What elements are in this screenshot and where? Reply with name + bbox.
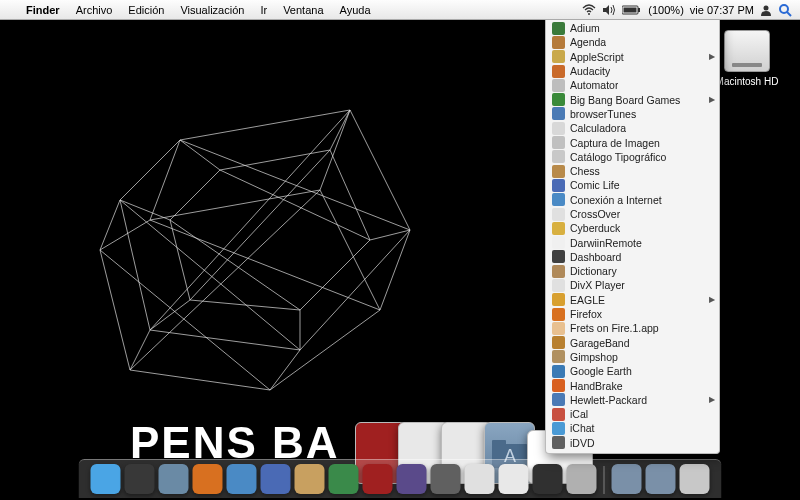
spotlight-icon[interactable] bbox=[778, 3, 792, 17]
app-item-calculadora[interactable]: Calculadora bbox=[546, 121, 719, 135]
dock-idvd[interactable] bbox=[431, 464, 461, 494]
app-icon bbox=[552, 65, 565, 78]
app-label: browserTunes bbox=[570, 108, 636, 120]
app-icon bbox=[552, 422, 565, 435]
app-icon bbox=[552, 336, 565, 349]
app-item-gimpshop[interactable]: Gimpshop bbox=[546, 350, 719, 364]
user-icon[interactable] bbox=[760, 4, 772, 16]
app-item-ical[interactable]: iCal bbox=[546, 407, 719, 421]
app-item-applescript[interactable]: AppleScript▶ bbox=[546, 50, 719, 64]
battery-icon[interactable] bbox=[622, 5, 642, 15]
app-item-browsertunes[interactable]: browserTunes bbox=[546, 107, 719, 121]
dock-safari[interactable] bbox=[227, 464, 257, 494]
app-label: Gimpshop bbox=[570, 351, 618, 363]
dock-firefox[interactable] bbox=[193, 464, 223, 494]
app-item-handbrake[interactable]: HandBrake bbox=[546, 378, 719, 392]
app-icon bbox=[552, 250, 565, 263]
dock-textedit[interactable] bbox=[499, 464, 529, 494]
app-item-big-bang-board-games[interactable]: Big Bang Board Games▶ bbox=[546, 92, 719, 106]
dock-downloads-stack[interactable] bbox=[646, 464, 676, 494]
app-icon bbox=[552, 165, 565, 178]
menu-ventana[interactable]: Ventana bbox=[275, 4, 331, 16]
app-item-divx-player[interactable]: DivX Player bbox=[546, 278, 719, 292]
battery-text: (100%) bbox=[648, 4, 683, 16]
dock-finder[interactable] bbox=[91, 464, 121, 494]
app-item-hewlett-packard[interactable]: Hewlett-Packard▶ bbox=[546, 393, 719, 407]
app-label: Adium bbox=[570, 22, 600, 34]
app-item-audacity[interactable]: Audacity bbox=[546, 64, 719, 78]
dock-mail[interactable] bbox=[295, 464, 325, 494]
svg-line-12 bbox=[380, 230, 410, 310]
app-item-adium[interactable]: Adium bbox=[546, 21, 719, 35]
app-icon bbox=[552, 93, 565, 106]
app-item-crossover[interactable]: CrossOver bbox=[546, 207, 719, 221]
app-label: Dictionary bbox=[570, 265, 617, 277]
menu-visualizacion[interactable]: Visualización bbox=[172, 4, 252, 16]
app-item-cyberduck[interactable]: Cyberduck bbox=[546, 221, 719, 235]
app-icon bbox=[552, 208, 565, 221]
app-item-garageband[interactable]: GarageBand bbox=[546, 336, 719, 350]
app-item-google-earth[interactable]: Google Earth bbox=[546, 364, 719, 378]
app-icon bbox=[552, 36, 565, 49]
app-label: Hewlett-Packard bbox=[570, 394, 647, 406]
app-item-firefox[interactable]: Firefox bbox=[546, 307, 719, 321]
app-item-comic-life[interactable]: Comic Life bbox=[546, 178, 719, 192]
app-item-ichat[interactable]: iChat bbox=[546, 421, 719, 435]
app-item-automator[interactable]: Automator bbox=[546, 78, 719, 92]
applications-stack-popup: AdiumAgendaAppleScript▶AudacityAutomator… bbox=[545, 18, 720, 454]
app-item-cat-logo-tipogr-fico[interactable]: Catálogo Tipográfico bbox=[546, 150, 719, 164]
app-label: Captura de Imagen bbox=[570, 137, 660, 149]
clock[interactable]: vie 07:37 PM bbox=[690, 4, 754, 16]
app-item-conexi-n-a-internet[interactable]: Conexión a Internet bbox=[546, 193, 719, 207]
app-icon bbox=[552, 365, 565, 378]
app-label: Automator bbox=[570, 79, 618, 91]
app-label: Comic Life bbox=[570, 179, 620, 191]
app-item-dictionary[interactable]: Dictionary bbox=[546, 264, 719, 278]
submenu-arrow-icon: ▶ bbox=[709, 295, 715, 304]
app-label: Firefox bbox=[570, 308, 602, 320]
app-icon bbox=[552, 322, 565, 335]
dock-applications-stack[interactable] bbox=[612, 464, 642, 494]
app-icon bbox=[552, 293, 565, 306]
menu-ayuda[interactable]: Ayuda bbox=[332, 4, 379, 16]
dock-google-earth[interactable] bbox=[159, 464, 189, 494]
app-label: iChat bbox=[570, 422, 595, 434]
menu-edicion[interactable]: Edición bbox=[120, 4, 172, 16]
dock-ical[interactable] bbox=[465, 464, 495, 494]
dock-system-prefs[interactable] bbox=[567, 464, 597, 494]
svg-line-27 bbox=[100, 250, 270, 390]
app-item-darwiinremote[interactable]: DarwiinRemote bbox=[546, 235, 719, 249]
dock-photo-booth[interactable] bbox=[363, 464, 393, 494]
dock-terminal[interactable] bbox=[533, 464, 563, 494]
svg-point-0 bbox=[588, 13, 590, 15]
app-icon bbox=[552, 408, 565, 421]
app-item-chess[interactable]: Chess bbox=[546, 164, 719, 178]
dock-comic-life[interactable] bbox=[261, 464, 291, 494]
dock-dashboard[interactable] bbox=[125, 464, 155, 494]
dock-imovie[interactable] bbox=[397, 464, 427, 494]
app-label: Dashboard bbox=[570, 251, 621, 263]
volume-icon[interactable] bbox=[602, 4, 616, 16]
app-item-idvd[interactable]: iDVD bbox=[546, 436, 719, 450]
app-item-eagle[interactable]: EAGLE▶ bbox=[546, 293, 719, 307]
dock-itunes[interactable] bbox=[329, 464, 359, 494]
wifi-icon[interactable] bbox=[582, 4, 596, 16]
dock-trash[interactable] bbox=[680, 464, 710, 494]
svg-line-23 bbox=[150, 110, 350, 330]
app-item-frets-on-fire-1-app[interactable]: Frets on Fire.1.app bbox=[546, 321, 719, 335]
menu-archivo[interactable]: Archivo bbox=[68, 4, 121, 16]
app-menu[interactable]: Finder bbox=[18, 4, 68, 16]
app-label: iCal bbox=[570, 408, 588, 420]
desktop-hd[interactable]: Macintosh HD bbox=[712, 30, 782, 87]
app-icon bbox=[552, 107, 565, 120]
app-label: EAGLE bbox=[570, 294, 605, 306]
app-item-agenda[interactable]: Agenda bbox=[546, 35, 719, 49]
app-icon bbox=[552, 50, 565, 63]
svg-line-13 bbox=[270, 350, 300, 390]
app-item-dashboard[interactable]: Dashboard bbox=[546, 250, 719, 264]
menu-ir[interactable]: Ir bbox=[252, 4, 275, 16]
app-label: DarwiinRemote bbox=[570, 237, 642, 249]
app-item-captura-de-imagen[interactable]: Captura de Imagen bbox=[546, 135, 719, 149]
app-icon bbox=[552, 308, 565, 321]
app-icon bbox=[552, 279, 565, 292]
